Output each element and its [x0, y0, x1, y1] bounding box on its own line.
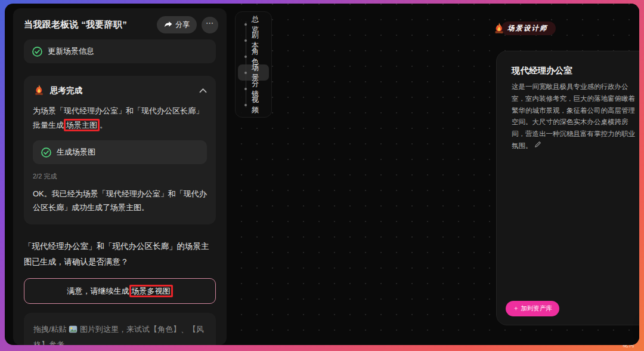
- check-circle-icon: [32, 47, 42, 57]
- scene-card: 历史记录 · 3 现代经理办公室 这是一间宽敞且极具专业感的行政办公室，室内装修…: [496, 51, 639, 325]
- status-label: 更新场景信息: [48, 46, 94, 57]
- input-placeholder: 拖拽/粘贴: [33, 325, 67, 334]
- nav-dot: [244, 88, 247, 90]
- chat-panel: 当我跟老板说 “我要辞职” 分享 ⋯ 更新场景信息 思考完成: [13, 8, 227, 345]
- thinking-title: 思考完成: [50, 85, 194, 96]
- confirm-button[interactable]: 满意，请继续生成场景多视图: [24, 278, 216, 304]
- app-window: 场景设计师 94 历史记录 · 3 现代经理办公室 这是一间宽敞且极具专业感的行…: [5, 4, 639, 345]
- chat-input[interactable]: 拖拽/粘贴 图片到这里，来试试【角色】、【风格】参考: [24, 313, 216, 345]
- task-label: 生成场景图: [57, 147, 95, 158]
- check-circle-icon: [41, 147, 51, 158]
- flame-icon: [33, 84, 45, 97]
- nav-dot: [244, 72, 247, 74]
- status-message: 更新场景信息: [24, 39, 216, 63]
- thinking-body: 为场景「现代经理办公室」和「现代办公区长廊」批量生成场景主图。: [33, 104, 207, 133]
- scene-description: 这是一间宽敞且极具专业感的行政办公室，室内装修考究，巨大的落地窗俯瞰着繁华的城市…: [512, 81, 639, 152]
- share-label: 分享: [175, 20, 190, 30]
- nav-item-video[interactable]: 视频: [238, 97, 269, 113]
- nav-connector-line: [246, 21, 246, 107]
- annotation-box-multiview: 场景多视图: [129, 285, 173, 297]
- flame-icon: [493, 22, 506, 35]
- chat-body: 更新场景信息 思考完成 为场景「现代经理办公室」和「现代办公区长廊」批量生成场景…: [13, 39, 227, 345]
- annotation-box-main: 场景主图: [64, 119, 100, 131]
- add-to-assets-button[interactable]: ＋ 加到资产库: [506, 301, 559, 316]
- more-icon: ⋯: [206, 19, 214, 27]
- nav-dot: [244, 39, 247, 42]
- agent-badge: 场景设计师: [493, 21, 556, 35]
- nav-dot: [244, 56, 247, 58]
- assistant-question: 「现代经理办公室」和「现代办公区长廊」的场景主图已生成，请确认是否满意？: [24, 239, 216, 270]
- chat-title: 当我跟老板说 “我要辞职”: [24, 19, 157, 30]
- nav-dot: [244, 23, 247, 26]
- share-icon: [164, 21, 172, 29]
- image-icon: [69, 325, 78, 333]
- task-item[interactable]: 生成场景图: [33, 140, 207, 164]
- task-progress: 2/2 完成: [33, 172, 207, 181]
- thinking-header: 思考完成: [33, 84, 207, 97]
- thinking-result: OK。我已经为场景「现代经理办公室」和「现代办公区长廊」成功生成了场景主图。: [33, 187, 207, 215]
- workspace-canvas[interactable]: 场景设计师 94 历史记录 · 3 现代经理办公室 这是一间宽敞且极具专业感的行…: [228, 4, 639, 345]
- add-to-assets-label: ＋ 加到资产库: [513, 304, 552, 313]
- scene-title: 现代经理办公室: [512, 65, 572, 76]
- agent-badge-label: 场景设计师: [501, 21, 556, 35]
- more-button[interactable]: ⋯: [202, 17, 218, 33]
- chevron-up-icon[interactable]: [199, 88, 207, 93]
- thinking-card: 思考完成 为场景「现代经理办公室」和「现代办公区长廊」批量生成场景主图。 生成场…: [24, 76, 216, 224]
- edit-pencil-icon[interactable]: [534, 141, 541, 148]
- chat-header: 当我跟老板说 “我要辞职” 分享 ⋯: [13, 8, 227, 39]
- section-nav: 总览 剧本 角色 场景 分镜 视频: [235, 11, 272, 118]
- nav-dot: [244, 104, 247, 106]
- share-button[interactable]: 分享: [157, 16, 197, 33]
- nav-label: 视频: [252, 95, 264, 115]
